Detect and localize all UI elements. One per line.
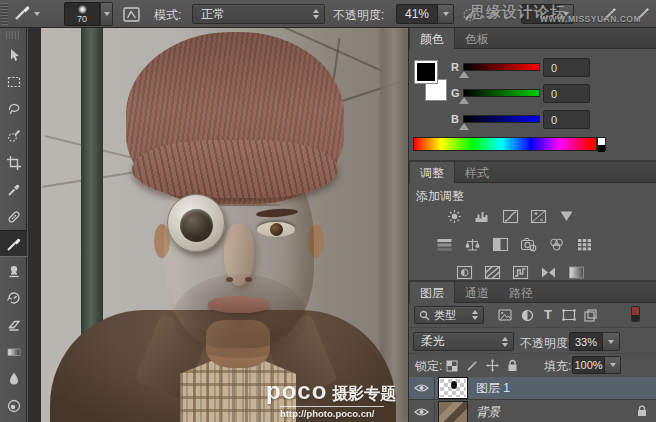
options-bar-grip[interactable] (1, 3, 8, 25)
tool-brush[interactable] (0, 230, 27, 257)
layer-thumbnail[interactable] (439, 402, 467, 422)
toggle-brush-panel-button[interactable] (119, 3, 144, 25)
red-slider-thumb[interactable] (459, 71, 469, 78)
adjustments-panel: 调整 样式 添加调整 (409, 160, 656, 280)
filter-adjustment-layers-button[interactable] (518, 307, 536, 323)
green-slider-thumb[interactable] (459, 97, 469, 104)
airbrush-toggle-button[interactable] (459, 3, 483, 25)
filter-type-layers-button[interactable]: T (539, 306, 557, 322)
tab-color[interactable]: 颜色 (409, 28, 455, 49)
filter-shape-layers-button[interactable] (560, 307, 578, 323)
red-channel-row: R 0 (409, 58, 656, 78)
posterize-icon[interactable] (484, 265, 501, 280)
tool-clone-stamp[interactable] (0, 257, 27, 284)
tab-adjustments[interactable]: 调整 (409, 162, 455, 183)
tab-swatches[interactable]: 色板 (455, 28, 499, 49)
brush-tool-preset-button[interactable] (10, 3, 43, 25)
tool-dodge[interactable] (0, 392, 27, 419)
spectrum-bw-swatches[interactable] (597, 137, 606, 151)
layer-fill-dropdown[interactable] (605, 356, 621, 374)
tool-move[interactable] (0, 41, 27, 68)
flow-value-box[interactable] (521, 4, 559, 24)
curves-icon[interactable] (502, 209, 519, 224)
visibility-toggle[interactable] (409, 401, 435, 422)
photo-filter-icon[interactable] (520, 237, 537, 252)
layer-name[interactable]: 图层 1 (476, 380, 510, 397)
lock-pixels-button[interactable] (464, 358, 480, 373)
tab-styles[interactable]: 样式 (455, 162, 499, 183)
tab-layers[interactable]: 图层 (409, 282, 455, 303)
levels-icon[interactable] (474, 209, 491, 224)
layer-fill-box[interactable]: 100% (572, 356, 605, 374)
blue-slider[interactable] (463, 115, 540, 123)
blue-slider-thumb[interactable] (459, 123, 469, 130)
color-spectrum-ramp[interactable] (413, 137, 597, 151)
tool-eraser[interactable] (0, 311, 27, 338)
tool-eyedropper[interactable] (0, 176, 27, 203)
filter-pixel-layers-button[interactable] (496, 307, 514, 323)
tool-lasso[interactable] (0, 95, 27, 122)
lock-all-button[interactable] (504, 358, 520, 373)
visibility-toggle[interactable] (409, 377, 435, 399)
green-slider[interactable] (463, 89, 540, 97)
type-icon: T (544, 307, 552, 322)
toolbox-grip[interactable] (6, 31, 21, 39)
layer-blend-mode-select[interactable]: 柔光 (413, 332, 514, 351)
tool-crop[interactable] (0, 149, 27, 176)
opacity-value-box[interactable]: 41% (396, 4, 438, 24)
panel-dock: 颜色 色板 R 0 G 0 B (408, 28, 656, 422)
green-value-box[interactable]: 0 (543, 84, 590, 103)
color-balance-icon[interactable] (464, 237, 481, 252)
blend-mode-select[interactable]: 正常 (192, 4, 325, 24)
red-value-box[interactable]: 0 (543, 58, 590, 77)
selective-color-icon[interactable] (568, 265, 585, 280)
document-canvas[interactable]: poco 摄影专题 http://photo.poco.cn/ (28, 28, 408, 422)
pressure-size-button[interactable] (631, 3, 655, 25)
layer-thumbnail[interactable] (439, 378, 467, 398)
opacity-value: 41% (405, 7, 429, 21)
hue-saturation-icon[interactable] (436, 237, 453, 252)
dodge-tool-icon (6, 398, 22, 414)
flow-dropdown-button[interactable] (559, 4, 574, 24)
layer-opacity-dropdown[interactable] (603, 332, 620, 351)
black-white-icon[interactable] (492, 237, 509, 252)
adjustment-row-1 (446, 209, 575, 224)
layer-filter-select[interactable]: 类型 (414, 306, 484, 324)
brush-preset-preview[interactable]: 70 (64, 2, 100, 26)
color-lookup-icon[interactable] (576, 237, 593, 252)
brush-preset-dropdown-button[interactable] (100, 2, 113, 26)
pressure-opacity-button[interactable] (598, 3, 622, 25)
lock-transparency-button[interactable] (444, 358, 460, 373)
tool-quick-selection[interactable] (0, 122, 27, 149)
invert-icon[interactable] (456, 265, 473, 280)
layer-blend-mode-value: 柔光 (421, 333, 445, 350)
tab-paths[interactable]: 路径 (499, 282, 543, 303)
layer-name[interactable]: 背景 (476, 404, 500, 421)
adjustments-panel-body: 添加调整 (409, 183, 656, 280)
layer-row-background[interactable]: 背景 (409, 401, 656, 422)
brush-panel-icon (122, 6, 141, 23)
opacity-dropdown-button[interactable] (438, 4, 454, 24)
layer-row-layer1[interactable]: 图层 1 (409, 377, 656, 400)
tool-gradient[interactable] (0, 338, 27, 365)
tool-blur[interactable] (0, 365, 27, 392)
filter-smart-object-button[interactable] (581, 307, 599, 323)
blue-value-box[interactable]: 0 (543, 110, 590, 129)
brightness-contrast-icon[interactable] (446, 209, 463, 224)
vibrance-icon[interactable] (558, 209, 575, 224)
image-icon (498, 309, 512, 321)
photo-monocle-cup (167, 194, 225, 252)
shape-icon (562, 309, 576, 321)
red-slider[interactable] (463, 63, 540, 71)
tool-spot-healing[interactable] (0, 203, 27, 230)
gradient-map-icon[interactable] (540, 265, 557, 280)
exposure-icon[interactable] (530, 209, 547, 224)
layer-opacity-box[interactable]: 33% (569, 332, 603, 351)
tool-rectangular-marquee[interactable] (0, 68, 27, 95)
tool-history-brush[interactable] (0, 284, 27, 311)
tab-channels[interactable]: 通道 (455, 282, 499, 303)
threshold-icon[interactable] (512, 265, 529, 280)
channel-mixer-icon[interactable] (548, 237, 565, 252)
filter-toggle-switch[interactable] (631, 306, 640, 322)
lock-position-button[interactable] (484, 358, 500, 373)
